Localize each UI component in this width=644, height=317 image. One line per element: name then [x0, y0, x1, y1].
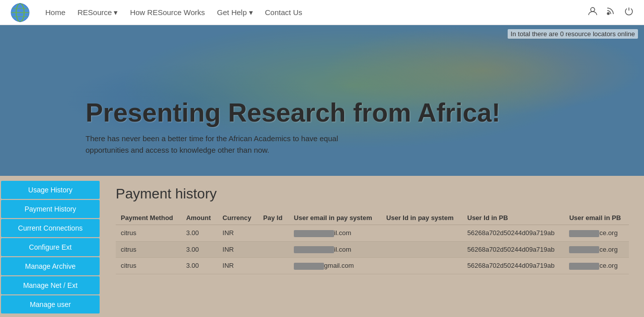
cell-userid-pay	[381, 258, 462, 274]
cell-email-pb: ce.org	[564, 225, 629, 242]
dropdown-arrow-icon-2: ▾	[249, 8, 253, 17]
svg-point-6	[591, 8, 595, 12]
nav-get-help[interactable]: Get Help ▾	[217, 8, 253, 17]
cell-pay-id	[258, 258, 289, 274]
nav-contact[interactable]: Contact Us	[265, 8, 302, 17]
navbar-icons	[588, 6, 634, 19]
hero-title: Presenting Research from Africa!	[86, 98, 501, 127]
rss-icon-button[interactable]	[606, 6, 616, 19]
status-bar: In total there are 0 resource locators o…	[508, 29, 638, 39]
table-row: citrus 3.00 INR il.com 56268a702d50244d0…	[116, 225, 629, 242]
redacted-email-pb-0	[569, 230, 599, 237]
nav-resource[interactable]: RESource ▾	[77, 8, 118, 17]
cell-method: citrus	[116, 258, 181, 274]
cell-pay-id	[258, 241, 289, 258]
main-layout: Usage History Payment History Current Co…	[0, 176, 644, 317]
sidebar-item-current-connections[interactable]: Current Connections	[1, 219, 100, 237]
cell-currency: INR	[217, 225, 258, 242]
cell-userid-pb: 56268a702d50244d09a719ab	[462, 241, 565, 258]
sidebar: Usage History Payment History Current Co…	[0, 176, 101, 317]
redacted-email-pay-1	[294, 246, 334, 253]
user-icon-button[interactable]	[588, 6, 598, 19]
cell-currency: INR	[217, 258, 258, 274]
table-body: citrus 3.00 INR il.com 56268a702d50244d0…	[116, 225, 629, 274]
cell-amount: 3.00	[181, 241, 217, 258]
redacted-email-pb-2	[569, 263, 599, 270]
sidebar-item-manage-archive[interactable]: Manage Archive	[1, 257, 100, 275]
table-header: Payment Method Amount Currency Pay Id Us…	[116, 211, 629, 225]
col-email-pb: User email in PB	[564, 211, 629, 225]
cell-email-pay: gmail.com	[289, 258, 381, 274]
payment-table: Payment Method Amount Currency Pay Id Us…	[116, 211, 629, 274]
col-currency: Currency	[217, 211, 258, 225]
cell-email-pb: ce.org	[564, 258, 629, 274]
cell-amount: 3.00	[181, 225, 217, 242]
cell-userid-pay	[381, 225, 462, 242]
redacted-email-pb-1	[569, 246, 599, 253]
col-userid-pb: User Id in PB	[462, 211, 565, 225]
main-content: Payment history Payment Method Amount Cu…	[101, 176, 644, 317]
cell-email-pay: il.com	[289, 241, 381, 258]
sidebar-item-payment-history[interactable]: Payment History	[1, 200, 100, 218]
sidebar-item-configure-ext[interactable]: Configure Ext	[1, 238, 100, 256]
sidebar-item-manage-user[interactable]: Manage user	[1, 295, 100, 313]
logo[interactable]	[10, 3, 30, 23]
cell-currency: INR	[217, 241, 258, 258]
hero-content: Presenting Research from Africa! There h…	[86, 98, 501, 156]
cell-email-pb: ce.org	[564, 241, 629, 258]
col-pay-id: Pay Id	[258, 211, 289, 225]
hero-subtitle: There has never been a better time for t…	[86, 133, 347, 156]
svg-point-7	[607, 13, 609, 15]
power-icon-button[interactable]	[624, 6, 634, 19]
col-userid-pay: User Id in pay system	[381, 211, 462, 225]
cell-amount: 3.00	[181, 258, 217, 274]
cell-method: citrus	[116, 241, 181, 258]
hero-section: In total there are 0 resource locators o…	[0, 25, 644, 176]
cell-userid-pay	[381, 241, 462, 258]
dropdown-arrow-icon: ▾	[114, 8, 118, 17]
cell-method: citrus	[116, 225, 181, 242]
header-row: Payment Method Amount Currency Pay Id Us…	[116, 211, 629, 225]
sidebar-item-usage-history[interactable]: Usage History	[1, 181, 100, 199]
cell-pay-id	[258, 225, 289, 242]
nav-how-works[interactable]: How RESource Works	[130, 8, 205, 17]
table-row: citrus 3.00 INR il.com 56268a702d50244d0…	[116, 241, 629, 258]
table-row: citrus 3.00 INR gmail.com 56268a702d5024…	[116, 258, 629, 274]
cell-email-pay: il.com	[289, 225, 381, 242]
redacted-email-pay-2	[294, 263, 324, 270]
section-title: Payment history	[116, 186, 629, 202]
nav-home[interactable]: Home	[45, 8, 65, 17]
redacted-email-pay-0	[294, 230, 334, 237]
sidebar-item-manage-net-ext[interactable]: Manage Net / Ext	[1, 276, 100, 294]
col-amount: Amount	[181, 211, 217, 225]
cell-userid-pb: 56268a702d50244d09a719ab	[462, 225, 565, 242]
nav-links: Home RESource ▾ How RESource Works Get H…	[45, 8, 588, 17]
col-payment-method: Payment Method	[116, 211, 181, 225]
col-email-pay: User email in pay system	[289, 211, 381, 225]
navbar: Home RESource ▾ How RESource Works Get H…	[0, 0, 644, 25]
cell-userid-pb: 56268a702d50244d09a719ab	[462, 258, 565, 274]
